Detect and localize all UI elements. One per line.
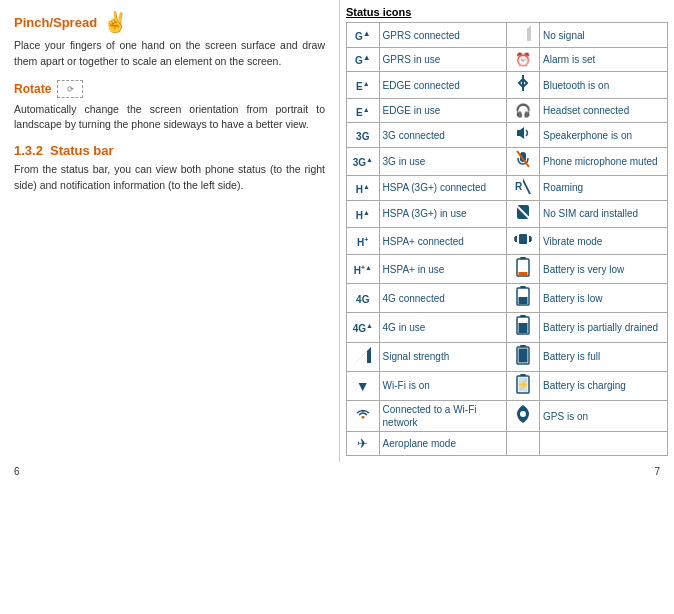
right-label-cell: No signal [540,23,668,48]
status-table: G▲GPRS connectedNo signalG▲GPRS in use⏰A… [346,22,668,456]
table-row: 4G4G connectedBattery is low [347,284,668,313]
right-label-cell: Alarm is set [540,48,668,72]
left-icon-cell: 4G▲ [347,313,380,342]
right-icon-cell [507,342,540,371]
left-icon-cell: ✈ [347,432,380,456]
left-icon-cell: G▲ [347,48,380,72]
left-label-cell: EDGE connected [379,72,507,99]
right-icon-cell [507,123,540,148]
right-label-cell: Bluetooth is on [540,72,668,99]
right-label-cell: Speakerphone is on [540,123,668,148]
right-icon-cell [507,200,540,227]
table-row: 3G▲3G in usePhone microphone muted [347,148,668,175]
right-icon-cell: 🎧 [507,99,540,123]
right-label-cell: Vibrate mode [540,227,668,254]
left-icon-cell: H+ [347,227,380,254]
pinch-spread-title: Pinch/Spread ✌ [14,10,325,34]
svg-text:R: R [515,181,523,192]
left-icon-cell: 3G [347,123,380,148]
right-icon-cell [507,284,540,313]
right-icon-cell [507,148,540,175]
left-label-cell: 3G connected [379,123,507,148]
left-icon-cell: H▲ [347,200,380,227]
pinch-spread-label: Pinch/Spread [14,15,97,30]
left-label-cell: HSPA (3G+) in use [379,200,507,227]
right-icon-cell [507,227,540,254]
rotate-desc: Automatically change the screen orientat… [14,102,325,134]
left-label-cell: GPRS connected [379,23,507,48]
svg-point-34 [362,410,364,412]
left-label-cell: Connected to a Wi-Fi network [379,401,507,432]
rotate-label: Rotate [14,82,51,96]
left-icon-cell [347,401,380,432]
right-icon-cell: R [507,175,540,200]
table-row: G▲GPRS in use⏰Alarm is set [347,48,668,72]
svg-text:⚡: ⚡ [517,378,530,391]
left-icon-cell: 3G▲ [347,148,380,175]
right-label-cell: GPS is on [540,401,668,432]
left-label-cell: Aeroplane mode [379,432,507,456]
svg-rect-23 [519,323,528,333]
pinch-icon: ✌ [103,10,128,34]
right-label-cell: Battery is charging [540,371,668,400]
right-icon-cell [507,255,540,284]
right-label-cell: No SIM card installed [540,200,668,227]
left-column: Pinch/Spread ✌ Place your fingers of one… [0,0,340,462]
svg-marker-26 [355,355,363,363]
left-label-cell: 3G in use [379,148,507,175]
left-label-cell: HSPA+ connected [379,227,507,254]
pinch-desc: Place your fingers of one hand on the sc… [14,38,325,70]
right-icon-cell: ⏰ [507,48,540,72]
svg-rect-10 [519,234,527,244]
right-column: Status icons G▲GPRS connectedNo signalG▲… [340,0,674,462]
table-row: H▲HSPA (3G+) connectedRRoaming [347,175,668,200]
table-row: ✈Aeroplane mode [347,432,668,456]
left-label-cell: EDGE in use [379,99,507,123]
right-icon-cell [507,72,540,99]
table-row: H+▲HSPA+ in useBattery is very low [347,255,668,284]
right-icon-cell [507,23,540,48]
table-row: Connected to a Wi-Fi networkGPS is on [347,401,668,432]
left-icon-cell: H▲ [347,175,380,200]
table-row: H▲HSPA (3G+) in useNo SIM card installed [347,200,668,227]
right-label-cell: Phone microphone muted [540,148,668,175]
left-label-cell: Signal strength [379,342,507,371]
right-icon-cell [507,432,540,456]
right-label-cell: Headset connected [540,99,668,123]
page-num-left: 6 [14,466,20,477]
left-label-cell: GPRS in use [379,48,507,72]
table-row: G▲GPRS connectedNo signal [347,23,668,48]
page-num-right: 7 [654,466,660,477]
table-row: 4G▲4G in useBattery is partially drained [347,313,668,342]
left-icon-cell: H+▲ [347,255,380,284]
svg-rect-17 [519,272,528,275]
table-row: E▲EDGE in use🎧Headset connected [347,99,668,123]
left-icon-cell: ▼ [347,371,380,400]
left-label-cell: HSPA (3G+) connected [379,175,507,200]
right-label-cell: Battery is full [540,342,668,371]
right-label-cell: Battery is low [540,284,668,313]
left-icon-cell: G▲ [347,23,380,48]
right-icon-cell [507,401,540,432]
svg-rect-20 [519,297,528,304]
left-label-cell: 4G connected [379,284,507,313]
right-label-cell: Battery is very low [540,255,668,284]
right-icon-cell: ⚡ [507,371,540,400]
left-icon-cell: E▲ [347,72,380,99]
status-bar-section: 1.3.2 Status bar [14,143,325,158]
table-row: Signal strengthBattery is full [347,342,668,371]
svg-rect-29 [519,348,528,362]
table-row: H+HSPA+ connectedVibrate mode [347,227,668,254]
svg-point-35 [520,411,526,417]
left-icon-cell: 4G [347,284,380,313]
left-icon-cell: E▲ [347,99,380,123]
section-title-label: Status bar [50,143,114,158]
rotate-icon: ⟳ [57,80,83,98]
right-label-cell: Battery is partially drained [540,313,668,342]
status-icons-title: Status icons [346,6,668,18]
table-row: 3G3G connectedSpeakerphone is on [347,123,668,148]
svg-marker-2 [515,33,523,41]
left-icon-cell [347,342,380,371]
table-row: E▲EDGE connectedBluetooth is on [347,72,668,99]
right-label-cell: Roaming [540,175,668,200]
